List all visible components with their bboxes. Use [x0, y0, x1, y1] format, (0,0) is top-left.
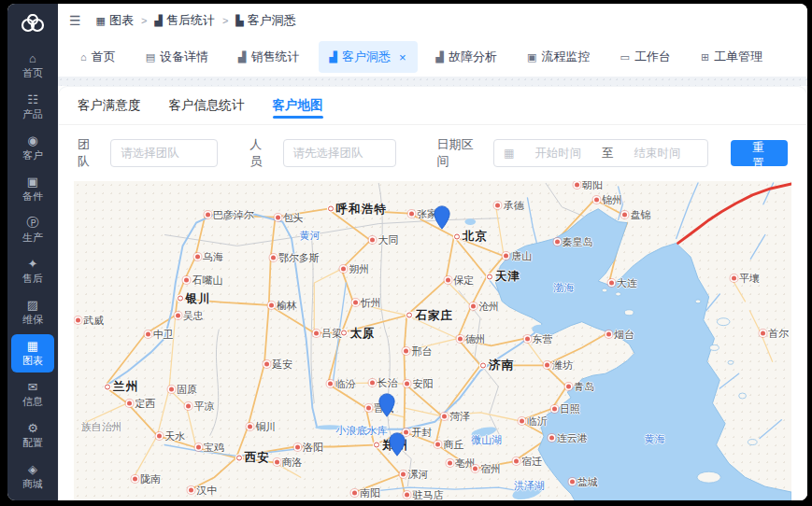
breadcrumb-icon: ▟ [154, 15, 162, 27]
map-city-label: 唐山 [504, 249, 532, 263]
capital-dot-icon [105, 384, 110, 389]
sidebar-item-home[interactable]: ⌂首页 [11, 47, 54, 85]
date-range-label: 日期区间 [437, 136, 484, 170]
city-dot-icon [409, 211, 414, 216]
map-city-label: 中卫 [146, 327, 174, 341]
tab-工单管理[interactable]: ⊞工单管理 [690, 41, 774, 73]
map-city-label: 临沂 [520, 414, 548, 428]
map-pin-icon[interactable] [388, 432, 406, 461]
team-select[interactable]: 请选择团队 [110, 139, 218, 167]
map-city-label: 北京 [454, 229, 488, 245]
sidebar-item-charts[interactable]: ▦图表 [11, 334, 54, 372]
calendar-icon: ▦ [504, 147, 514, 160]
map-city-label: 驻马店 [405, 488, 443, 500]
sidebar-item-products[interactable]: ☷产品 [11, 88, 54, 126]
city-dot-icon [555, 240, 560, 245]
sidebar-menu: ⌂首页☷产品◉客户▣备件Ⓟ生产✦售后▨维保▦图表✉信息⚙配置◈商城 [7, 43, 58, 500]
city-dot-icon [184, 278, 189, 283]
sidebar-item-parts[interactable]: ▣备件 [11, 170, 54, 208]
date-range-picker[interactable]: ▦ 开始时间 至 结束时间 [493, 139, 708, 167]
city-dot-icon [504, 254, 508, 259]
person-placeholder: 请先选择团队 [293, 146, 363, 162]
sidebar-item-label: 生产 [22, 231, 43, 244]
tab-bar: ⌂首页▤设备详情▟销售统计▟客户洞悉×▟故障分析▣流程监控▭工作台⊞工单管理 [58, 37, 807, 77]
sidebar-item-label: 备件 [22, 190, 43, 203]
city-dot-icon [495, 203, 500, 207]
map-city-label: 银川 [178, 290, 211, 306]
tab-icon: ▟ [238, 51, 246, 63]
water-label: 微山湖 [471, 432, 502, 446]
water-label: 小浪底水库 [336, 423, 388, 437]
map-city-label: 西安 [236, 450, 270, 466]
breadcrumb-item[interactable]: ▟售后统计 [154, 12, 214, 29]
tab-销售统计[interactable]: ▟销售统计 [227, 41, 310, 73]
map-city-label: 吴忠 [176, 308, 204, 322]
breadcrumb-item[interactable]: ▦图表 [96, 12, 134, 29]
map-city-label: 济南 [480, 358, 514, 373]
sidebar-item-settings[interactable]: ⚙配置 [11, 416, 54, 455]
tab-故障分析[interactable]: ▟故障分析 [425, 41, 508, 73]
mall-icon: ◈ [28, 463, 37, 476]
sidebar: ⌂首页☷产品◉客户▣备件Ⓟ生产✦售后▨维保▦图表✉信息⚙配置◈商城 [7, 4, 58, 500]
city-dot-icon [458, 336, 463, 341]
sidebar-item-messages[interactable]: ✉信息 [11, 375, 54, 414]
sidebar-item-production[interactable]: Ⓟ生产 [11, 211, 54, 249]
aftersales-icon: ✦ [28, 258, 38, 271]
team-placeholder: 请选择团队 [121, 146, 179, 162]
map-city-label: 兰州 [105, 379, 138, 395]
city-dot-icon [405, 493, 409, 498]
sidebar-item-maintenance[interactable]: ▨维保 [11, 293, 54, 331]
page-background-band [58, 77, 807, 86]
person-select[interactable]: 请先选择团队 [283, 139, 396, 167]
tab-流程监控[interactable]: ▣流程监控 [516, 41, 601, 73]
map-pin-icon[interactable] [378, 393, 396, 422]
map-city-label: 大连 [609, 276, 637, 290]
map-city-label: 东营 [525, 331, 553, 345]
map-city-label: 平壤 [732, 272, 760, 286]
app-logo-icon [7, 4, 58, 43]
reset-button[interactable]: 重 置 [731, 140, 788, 166]
map-city-label: 大同 [370, 233, 398, 247]
sidebar-item-aftersales[interactable]: ✦售后 [11, 252, 54, 290]
tab-工作台[interactable]: ▭工作台 [608, 41, 681, 73]
subtab-客户信息统计[interactable]: 客户信息统计 [169, 87, 245, 124]
city-dot-icon [353, 300, 358, 304]
city-dot-icon [622, 212, 627, 217]
city-dot-icon [442, 414, 447, 418]
parts-icon: ▣ [27, 176, 38, 189]
city-dot-icon [732, 276, 736, 281]
collapse-menu-icon[interactable]: ☰ [69, 13, 81, 28]
map-city-label: 菏泽 [442, 409, 470, 423]
city-dot-icon [520, 418, 524, 423]
map-pin-icon[interactable] [433, 205, 451, 234]
map-city-label: 固原 [169, 383, 197, 397]
sidebar-item-label: 售后 [22, 272, 43, 285]
city-dot-icon [127, 401, 132, 405]
sidebar-item-label: 客户 [22, 148, 43, 162]
map-city-label: 连云港 [549, 430, 588, 444]
map-city-label: 亳州 [448, 457, 476, 471]
capital-dot-icon [487, 274, 492, 279]
map-city-label: 承德 [495, 198, 523, 212]
map-city-label: 秦皇岛 [555, 235, 593, 249]
sidebar-item-mall[interactable]: ◈商城 [11, 457, 54, 496]
tab-设备详情[interactable]: ▤设备详情 [135, 41, 220, 73]
sidebar-item-label: 首页 [22, 66, 43, 79]
tab-客户洞悉[interactable]: ▟客户洞悉× [319, 41, 418, 73]
subtab-客户满意度[interactable]: 客户满意度 [78, 87, 141, 124]
city-dot-icon [176, 313, 180, 317]
city-dot-icon [328, 382, 333, 387]
customer-map[interactable]: 巴彦淖尔包头乌海鄂尔多斯石嘴山银川吴忠武威中卫榆林延安兰州固原定西平凉族自治州天… [74, 181, 791, 500]
map-city-label: 榆林 [269, 298, 297, 312]
tab-close-icon[interactable]: × [399, 50, 406, 64]
city-dot-icon [594, 197, 599, 202]
subtab-客户地图[interactable]: 客户地图 [273, 87, 323, 124]
date-end-placeholder: 结束时间 [618, 146, 698, 162]
city-dot-icon [405, 382, 409, 387]
tab-首页[interactable]: ⌂首页 [69, 41, 127, 73]
sidebar-item-customers[interactable]: ◉客户 [11, 129, 54, 167]
capital-dot-icon [178, 296, 183, 302]
tab-icon: ⌂ [80, 51, 87, 63]
breadcrumb-item[interactable]: ▙客户洞悉 [235, 12, 295, 29]
map-city-label: 鄂尔多斯 [271, 251, 320, 265]
